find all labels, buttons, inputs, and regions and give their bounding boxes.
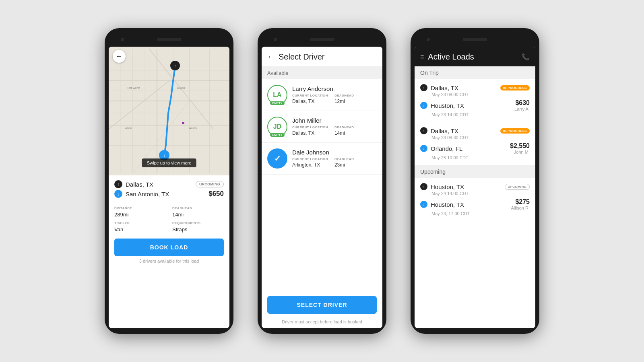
driver-initials-1: JD [273,123,281,130]
origin-row: ↑ Dallas, TX UPCOMING [114,180,224,188]
driver-initials-0: LA [273,91,281,99]
drivers-available-note: 3 drivers available for this load [114,259,224,263]
load-price: $650 [208,190,224,198]
origin-city: Dallas, TX [126,181,192,188]
trailer-label: TRAILER [114,221,166,225]
phone-3-screen: ≡ Active Loads 📞 On Trip ↑ Dallas, TX IN… [415,47,535,328]
camera-lens-2 [274,38,277,41]
driver-note: Driver must accept before load is booked [262,319,382,328]
distance-item: DISTANCE 289mi [114,206,166,218]
camera-lens-3 [427,38,430,41]
on-trip-origin-row-0: ↑ Dallas, TX IN PROGRESS [420,84,530,91]
select-driver-header: ← Select Driver [262,47,382,67]
driver-meta-2: CURRENT LOCATION Arlington, TX DEADHEAD … [292,157,377,168]
phone-3: ≡ Active Loads 📞 On Trip ↑ Dallas, TX IN… [411,28,539,334]
dest-down-icon-0: ↓ [420,102,427,109]
location-value-1: Dallas, TX [292,130,314,136]
trailer-item: TRAILER Van [114,221,166,233]
location-value-2: Arlington, TX [292,162,320,168]
driver-location-2: CURRENT LOCATION Arlington, TX [292,157,328,168]
select-driver-button[interactable]: SELECT DRIVER [267,296,377,314]
map-back-button[interactable]: ← [113,50,126,63]
deadhead-value: 14mi [172,212,184,218]
deadhead-label-2: DEADHEAD [334,157,354,161]
driver-location-0: CURRENT LOCATION Dallas, TX [292,94,328,105]
upcoming-load-0[interactable]: ↑ Houston, TX UPCOMING May 24 14:00 CDT … [415,178,535,221]
on-trip-origin-city-1: Dallas, TX [431,128,497,134]
camera-lens [121,38,124,41]
driver-location-1: CURRENT LOCATION Dallas, TX [292,125,328,136]
driver-list: LA EMPTY Larry Anderson CURRENT LOCATION… [262,79,382,290]
on-trip-origin-row-1: ↑ Dallas, TX IN PROGRESS [420,127,530,134]
driver-card-0[interactable]: LA EMPTY Larry Anderson CURRENT LOCATION… [262,79,382,111]
destination-city: San Antonio, TX [126,191,205,197]
on-trip-dest-date-1: May 25 10:00 EDT [420,155,530,160]
phone-1-screen: ↑ ↓ Fort Worth Dallas Waco San Antonio A… [109,47,229,328]
on-trip-origin-city-0: Dallas, TX [431,84,497,91]
origin-icon: ↑ [114,180,122,188]
svg-text:Dallas: Dallas [177,86,185,89]
on-trip-origin-date-1: May 23 08:30 CDT [420,135,530,140]
upcoming-origin-city-0: Houston, TX [431,183,502,190]
destination-icon: ↓ [114,190,122,198]
driver-info-0: Larry Anderson CURRENT LOCATION Dallas, … [292,85,377,105]
price-col-0: $630 Larry A. [514,99,530,111]
driver-card-2[interactable]: ✓ Dale Johnson CURRENT LOCATION Arlingto… [262,143,382,175]
distance-label: DISTANCE [114,206,166,210]
phone-1-top-bar [109,34,229,45]
driver-avatar-2: ✓ [267,148,287,169]
location-label-2: CURRENT LOCATION [292,157,328,161]
distance-value: 289mi [114,212,128,218]
driver-initials-2: ✓ [274,154,281,163]
origin-up-icon-0: ↑ [420,84,427,91]
location-label-0: CURRENT LOCATION [292,94,328,97]
in-progress-badge-1: IN PROGRESS [500,128,530,134]
svg-text:Austin: Austin [189,127,197,130]
deadhead-item: DEADHEAD 14mi [172,206,224,218]
svg-point-27 [182,122,184,124]
phone-2-screen: ← Select Driver Available LA EMPTY Larry… [262,47,382,328]
driver-meta-0: CURRENT LOCATION Dallas, TX DEADHEAD 12m… [292,94,377,105]
book-load-button[interactable]: BOOK LOAD [114,239,224,256]
origin-up-icon-1: ↑ [420,127,427,134]
destination-row: ↓ San Antonio, TX $650 [114,190,224,198]
on-trip-load-0[interactable]: ↑ Dallas, TX IN PROGRESS May 23 08:00 CD… [415,79,535,122]
upcoming-down-icon-0: ↓ [420,201,427,208]
svg-text:↑: ↑ [174,64,176,68]
on-trip-load-1[interactable]: ↑ Dallas, TX IN PROGRESS May 23 08:30 CD… [415,122,535,165]
in-progress-badge-0: IN PROGRESS [500,85,530,90]
upcoming-dest-row-0: ↓ Houston, TX $275 Allison R. [420,198,530,210]
phone-2-top-bar [262,34,382,45]
load-details-grid: DISTANCE 289mi DEADHEAD 14mi TRAILER Van… [114,202,224,233]
driver-avatar-1: JD EMPTY [267,117,287,137]
available-section-label: Available [262,67,382,79]
requirements-value: Straps [172,226,188,232]
driver-name-0: Larry Anderson [292,85,377,92]
phone-3-top-bar [415,34,535,45]
phone-1: ↑ ↓ Fort Worth Dallas Waco San Antonio A… [105,28,233,334]
deadhead-label: DEADHEAD [172,206,224,210]
swipe-tooltip: Swipe up to view more [142,158,196,167]
upcoming-price-0: $275 [511,198,530,206]
deadhead-value-1: 14mi [334,130,345,136]
svg-text:Fort Worth: Fort Worth [127,86,140,89]
on-trip-dest-row-1: ↓ Orlando, FL $2,550 John M. [420,142,530,154]
driver-name-2: Dale Johnson [292,149,377,156]
driver-avatar-0: LA EMPTY [267,85,287,105]
origin-badge: UPCOMING [196,181,224,187]
on-trip-driver-0: Larry A. [514,107,530,111]
driver-card-1[interactable]: JD EMPTY John Miller CURRENT LOCATION Da… [262,111,382,143]
select-driver-back[interactable]: ← [267,53,275,61]
deadhead-value-2: 23mi [334,162,345,168]
location-value-0: Dallas, TX [292,99,314,104]
on-trip-dest-city-1: Orlando, FL [431,145,507,152]
upcoming-label: Upcoming [415,165,535,178]
menu-icon[interactable]: ≡ [420,53,424,61]
upcoming-badge-0: UPCOMING [505,184,530,190]
map-area: ↑ ↓ Fort Worth Dallas Waco San Antonio A… [109,47,229,175]
price-col-1: $2,550 John M. [510,142,530,154]
driver-meta-1: CURRENT LOCATION Dallas, TX DEADHEAD 14m… [292,125,377,136]
on-trip-dest-date-0: May 23 14:00 CDT [420,112,530,117]
svg-text:↓: ↓ [163,153,165,158]
phone-call-icon[interactable]: 📞 [522,53,530,61]
